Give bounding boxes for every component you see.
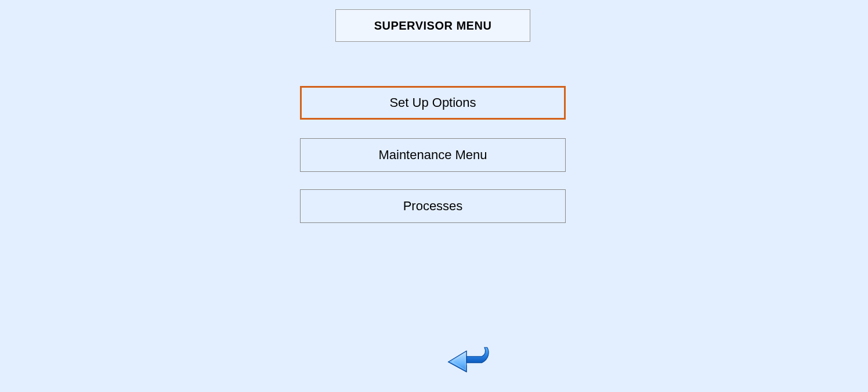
- setup-options-label: Set Up Options: [389, 95, 476, 110]
- processes-button[interactable]: Processes: [300, 189, 566, 223]
- setup-options-button[interactable]: Set Up Options: [300, 86, 566, 120]
- maintenance-menu-label: Maintenance Menu: [378, 148, 487, 163]
- back-arrow-icon: [446, 344, 491, 376]
- maintenance-menu-button[interactable]: Maintenance Menu: [300, 138, 566, 172]
- processes-label: Processes: [403, 199, 463, 214]
- menu-title-text: SUPERVISOR MENU: [374, 19, 492, 33]
- menu-title: SUPERVISOR MENU: [335, 9, 530, 42]
- back-button[interactable]: [446, 344, 491, 376]
